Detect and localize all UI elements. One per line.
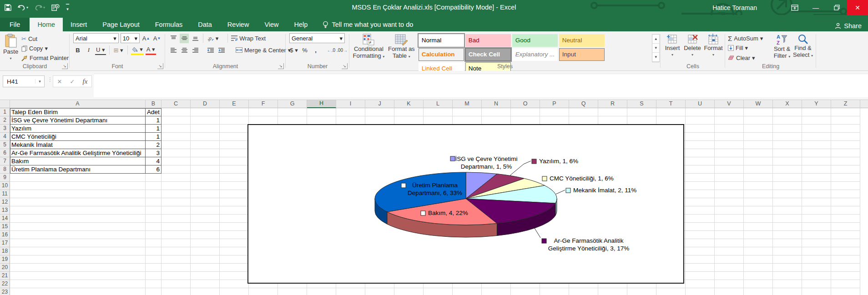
cell-C14[interactable] [161,215,191,223]
insert-cells-button[interactable]: Insert▾ [662,32,682,63]
cell-B7[interactable]: 4 [146,157,161,165]
cancel-formula-icon[interactable]: ✕ [53,78,66,85]
row-header-19[interactable]: 19 [0,255,10,264]
cell-X22[interactable] [773,280,802,288]
cell-B9[interactable] [146,174,161,182]
cell-Z21[interactable] [831,272,860,280]
cell-D7[interactable] [191,157,220,165]
cell-B8[interactable]: 6 [146,165,161,174]
row-header-18[interactable]: 18 [0,247,10,255]
cell-C21[interactable] [161,272,191,280]
cell-Y6[interactable] [802,149,831,157]
column-header-M[interactable]: M [453,100,482,108]
cell-A6[interactable]: Ar-Ge Farmasötik Analitik Geliştirme Yön… [10,149,146,157]
cell-B6[interactable]: 3 [146,149,161,157]
align-bottom-icon[interactable] [191,34,200,43]
tab-data[interactable]: Data [190,18,220,31]
cell-Q2[interactable] [569,116,598,125]
style-check-cell[interactable]: Check Cell [465,48,511,61]
cell-N1[interactable] [482,108,511,116]
cell-D9[interactable] [191,174,220,182]
underline-button[interactable]: U ▾ [95,45,106,55]
cell-C23[interactable] [161,288,191,295]
cell-Y7[interactable] [802,157,831,165]
style-explanatory-[interactable]: Explanatory ... [512,48,558,61]
cell-H1[interactable] [307,108,336,116]
insert-function-icon[interactable]: fx [79,78,91,85]
cell-V17[interactable] [715,239,744,247]
cell-Z1[interactable] [831,108,860,116]
tab-insert[interactable]: Insert [63,18,95,31]
cell-Y22[interactable] [802,280,831,288]
cell-W14[interactable] [744,215,773,223]
cell-X8[interactable] [773,165,802,174]
row-header-1[interactable]: 1 [0,108,10,116]
column-header-J[interactable]: J [365,100,394,108]
cell-C1[interactable] [161,108,191,116]
cell-Y20[interactable] [802,264,831,272]
cell-C6[interactable] [161,149,191,157]
cell-W17[interactable] [744,239,773,247]
tab-home[interactable]: Home [30,18,63,31]
decrease-font-icon[interactable]: A▼ [152,34,161,43]
cell-C20[interactable] [161,264,191,272]
cell-D10[interactable] [191,182,220,190]
cell-A12[interactable] [10,198,146,206]
tab-view[interactable]: View [257,18,286,31]
align-middle-icon[interactable] [180,34,189,43]
cell-H23[interactable] [307,288,336,295]
cell-B1[interactable]: Adet [146,108,161,116]
cell-X17[interactable] [773,239,802,247]
cell-B16[interactable] [146,231,161,239]
autosum-button[interactable]: ΣAutoSum▾ [728,34,772,43]
cell-G23[interactable] [278,288,307,295]
cell-Z18[interactable] [831,247,860,255]
cell-J2[interactable] [365,116,394,125]
cell-L2[interactable] [424,116,453,125]
column-header-O[interactable]: O [511,100,540,108]
cell-A15[interactable] [10,223,146,231]
increase-indent-icon[interactable] [217,45,226,55]
cell-X7[interactable] [773,157,802,165]
cell-I1[interactable] [336,108,365,116]
cell-Z16[interactable] [831,231,860,239]
cell-E2[interactable] [220,116,249,125]
cell-D15[interactable] [191,223,220,231]
cell-C4[interactable] [161,133,191,141]
cell-Y8[interactable] [802,165,831,174]
column-header-T[interactable]: T [656,100,686,108]
sort-filter-button[interactable]: AZ Sort &Filter ▾ [772,32,792,63]
cell-B2[interactable]: 1 [146,116,161,125]
gallery-scroll-up-icon[interactable]: ▲ [652,35,659,44]
cell-D23[interactable] [191,288,220,295]
row-header-7[interactable]: 7 [0,157,10,165]
cell-W1[interactable] [744,108,773,116]
cell-A3[interactable]: Yazılım [10,125,146,133]
cell-V6[interactable] [715,149,744,157]
cell-A23[interactable] [10,288,146,295]
cell-Y16[interactable] [802,231,831,239]
column-header-K[interactable]: K [394,100,424,108]
cell-E14[interactable] [220,215,249,223]
cell-P23[interactable] [540,288,569,295]
cell-C10[interactable] [161,182,191,190]
cell-D22[interactable] [191,280,220,288]
cell-S1[interactable] [627,108,656,116]
cell-X3[interactable] [773,125,802,133]
gallery-scrollbar[interactable]: ▲ ▼ ▼ [652,34,660,62]
cell-E12[interactable] [220,198,249,206]
cell-D19[interactable] [191,255,220,264]
cell-H2[interactable] [307,116,336,125]
pie-chart[interactable]: İSG ve Çevre YönetimiDepartmanı, 1, 5%Ya… [247,124,684,284]
cell-X20[interactable] [773,264,802,272]
cell-K23[interactable] [394,288,424,295]
cell-A22[interactable] [10,280,146,288]
cell-Z5[interactable] [831,141,860,149]
style-normal[interactable]: Normal [419,34,464,47]
cell-Y11[interactable] [802,190,831,198]
cell-D17[interactable] [191,239,220,247]
cell-K1[interactable] [394,108,424,116]
row-header-12[interactable]: 12 [0,198,10,206]
cell-U7[interactable] [686,157,715,165]
column-header-A[interactable]: A [10,100,146,108]
